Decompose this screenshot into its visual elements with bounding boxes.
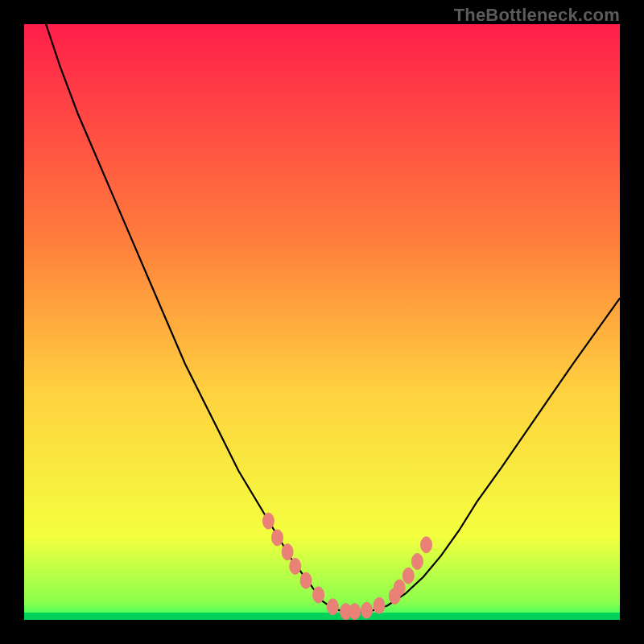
svg-rect-0 bbox=[24, 24, 620, 620]
background-gradient bbox=[24, 24, 620, 620]
chart-frame bbox=[24, 24, 620, 620]
watermark-text: TheBottleneck.com bbox=[454, 5, 620, 26]
plot-area bbox=[24, 24, 620, 620]
svg-rect-1 bbox=[24, 613, 620, 620]
